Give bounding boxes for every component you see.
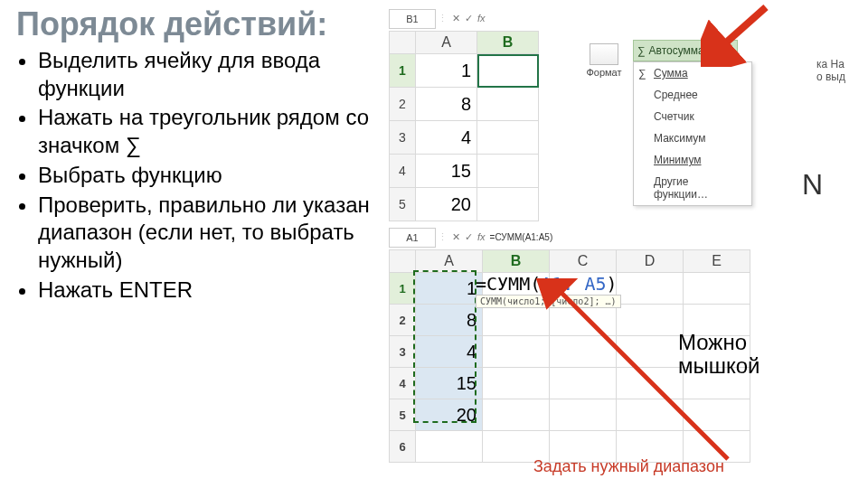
cell-a1[interactable]: 1 <box>416 54 477 88</box>
col-d[interactable]: D <box>617 250 684 273</box>
menu-max[interactable]: Максимум <box>634 127 751 149</box>
row-header-2[interactable]: 2 <box>390 88 416 121</box>
col-e[interactable]: E <box>684 250 750 273</box>
formula-tooltip: СУММ(число1; [число2]; …) <box>476 295 621 308</box>
autosum-button[interactable]: ∑ Автосумма ▼ <box>633 40 738 61</box>
format-label: Формат <box>586 67 621 78</box>
row-5[interactable]: 5 <box>390 399 416 431</box>
cell-c5[interactable] <box>550 399 617 431</box>
menu-count[interactable]: Счетчик <box>634 106 751 127</box>
bullet-4: Проверить, правильно ли указан диапазон … <box>38 192 378 275</box>
annotation-range-hint: Задать нужный диапазон <box>533 457 724 476</box>
format-button[interactable]: Формат <box>579 43 629 78</box>
select-all-corner[interactable] <box>390 32 416 54</box>
menu-more[interactable]: Другие функции… <box>634 171 751 205</box>
row-1[interactable]: 1 <box>390 273 416 305</box>
slide-title: Порядок действий: <box>16 5 327 43</box>
format-icon <box>590 43 618 65</box>
cell-e1[interactable] <box>684 273 750 305</box>
cell-b5[interactable] <box>483 399 550 431</box>
partial-letter: N <box>802 168 823 202</box>
cell-d2[interactable] <box>617 305 684 336</box>
row-header-5[interactable]: 5 <box>390 188 416 221</box>
cancel-icon[interactable]: ✕ <box>452 13 460 24</box>
menu-sum[interactable]: ∑Сумма <box>634 62 751 84</box>
cell-a6[interactable] <box>416 431 483 463</box>
cell-b1[interactable] <box>477 54 539 88</box>
inline-formula[interactable]: =СУММ(A1: A5) СУММ(число1; [число2]; …) <box>476 273 621 308</box>
bullet-3: Выбрать функцию <box>38 162 378 190</box>
confirm-icon[interactable]: ✓ <box>465 13 473 24</box>
cell-b5[interactable] <box>477 188 539 221</box>
cell-a5[interactable]: 20 <box>416 399 483 431</box>
cell-a4[interactable]: 15 <box>416 368 483 399</box>
bullet-2: Нажать на треугольник рядом со значком ∑ <box>38 104 378 159</box>
row-header-4[interactable]: 4 <box>390 155 416 188</box>
annotation-mouse: Можномышкой <box>678 331 760 379</box>
fx-icon[interactable]: fx <box>477 13 486 23</box>
confirm-icon[interactable]: ✓ <box>465 231 473 243</box>
col-a[interactable]: A <box>416 250 483 273</box>
col-b[interactable]: B <box>483 250 550 273</box>
bullet-5: Нажать ENTER <box>38 277 378 305</box>
chevron-down-icon[interactable]: ▼ <box>725 46 737 55</box>
excel-bottom-snippet: A1 ⋮ ✕ ✓ fx =СУММ(A1:A5) A B C D E 1 1 <box>389 228 859 481</box>
row-4[interactable]: 4 <box>390 368 416 399</box>
excel-top-snippet: B1 ⋮ ✕ ✓ fx A B 1 1 2 8 3 <box>389 9 841 217</box>
sigma-icon: ∑ <box>637 44 646 57</box>
cell-a2[interactable]: 8 <box>416 305 483 336</box>
instruction-list: Выделить ячейку для ввода функции Нажать… <box>16 47 378 305</box>
formula-range: A1: A5 <box>541 273 606 295</box>
col-c[interactable]: C <box>550 250 617 273</box>
row-header-3[interactable]: 3 <box>390 121 416 155</box>
row-header-1[interactable]: 1 <box>390 54 416 88</box>
cell-a4[interactable]: 15 <box>416 155 477 188</box>
col-header-a[interactable]: A <box>416 32 477 54</box>
cell-c4[interactable] <box>550 368 617 399</box>
cell-a3[interactable]: 4 <box>416 121 477 155</box>
cell-a3[interactable]: 4 <box>416 336 483 368</box>
menu-min[interactable]: Минимум <box>634 149 751 171</box>
slide: Порядок действий: Выделить ячейку для вв… <box>0 0 868 488</box>
bullet-1: Выделить ячейку для ввода функции <box>38 47 378 102</box>
cell-a2[interactable]: 8 <box>416 88 477 121</box>
cell-d1[interactable] <box>617 273 684 305</box>
formula-bar[interactable]: ⋮ ✕ ✓ fx =СУММ(A1:A5) <box>438 228 552 246</box>
menu-average[interactable]: Среднее <box>634 84 751 106</box>
cell-d3[interactable] <box>617 336 684 368</box>
sigma-icon: ∑ <box>638 67 646 80</box>
cell-a1[interactable]: 1 <box>416 273 483 305</box>
top-grid[interactable]: A B 1 1 2 8 3 4 4 15 <box>389 31 539 221</box>
row-6[interactable]: 6 <box>390 431 416 463</box>
col-header-b[interactable]: B <box>477 32 539 54</box>
cell-a5[interactable]: 20 <box>416 188 477 221</box>
fx-icon[interactable]: fx <box>477 231 486 242</box>
ribbon-cut-text: ка На о выд <box>816 58 845 84</box>
name-box[interactable]: A1 <box>389 228 436 248</box>
formula-prefix: =СУММ( <box>476 273 541 295</box>
select-all-corner[interactable] <box>390 250 416 273</box>
name-box[interactable]: B1 <box>389 9 436 29</box>
cell-c2[interactable] <box>550 305 617 336</box>
formula-bar[interactable]: ⋮ ✕ ✓ fx <box>438 9 486 27</box>
cell-d4[interactable] <box>617 368 684 399</box>
row-3[interactable]: 3 <box>390 336 416 368</box>
cell-b4[interactable] <box>483 368 550 399</box>
cell-d5[interactable] <box>617 399 684 431</box>
autosum-label: Автосумма <box>649 44 704 57</box>
cell-b3[interactable] <box>483 336 550 368</box>
cell-b2[interactable] <box>483 305 550 336</box>
formula-bar-value: =СУММ(A1:A5) <box>490 232 553 242</box>
cell-c3[interactable] <box>550 336 617 368</box>
row-2[interactable]: 2 <box>390 305 416 336</box>
formula-suffix: ) <box>607 273 618 295</box>
cell-b4[interactable] <box>477 155 539 188</box>
cell-e5[interactable] <box>684 399 750 431</box>
cell-b2[interactable] <box>477 88 539 121</box>
cancel-icon[interactable]: ✕ <box>452 231 460 243</box>
cell-b3[interactable] <box>477 121 539 155</box>
autosum-menu: ∑Сумма Среднее Счетчик Максимум Минимум … <box>633 61 752 206</box>
